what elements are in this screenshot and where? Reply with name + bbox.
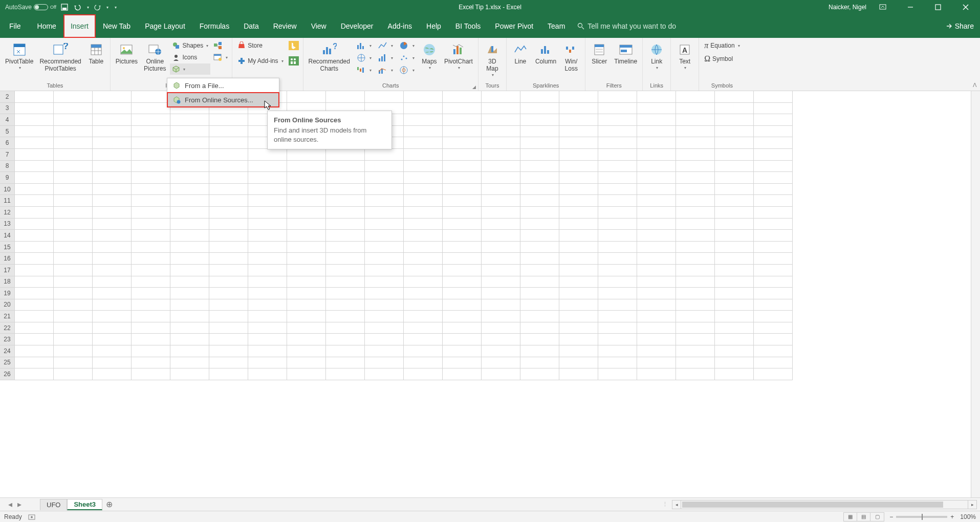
cell[interactable]	[170, 345, 209, 357]
cell[interactable]	[93, 172, 132, 184]
cell[interactable]	[598, 368, 637, 380]
cell[interactable]	[54, 195, 93, 207]
cell[interactable]	[637, 345, 676, 357]
cell[interactable]	[15, 311, 54, 322]
cell[interactable]	[443, 114, 482, 126]
cell[interactable]	[559, 311, 598, 322]
cell[interactable]	[15, 345, 54, 357]
cell[interactable]	[209, 207, 248, 219]
cell[interactable]	[443, 172, 482, 184]
cell[interactable]	[754, 334, 793, 345]
cell[interactable]	[170, 311, 209, 322]
save-button[interactable]	[59, 2, 70, 12]
cell[interactable]	[248, 207, 287, 219]
cell[interactable]	[15, 230, 54, 242]
cell[interactable]	[559, 126, 598, 138]
row-header[interactable]: 17	[0, 265, 15, 276]
cell[interactable]	[326, 161, 365, 172]
cell[interactable]	[715, 219, 754, 230]
cell[interactable]	[637, 230, 676, 242]
cell[interactable]	[132, 184, 170, 195]
cell[interactable]	[637, 207, 676, 219]
cell[interactable]	[520, 322, 559, 334]
tab-file[interactable]: File	[0, 14, 30, 38]
cell[interactable]	[482, 195, 520, 207]
cell[interactable]	[15, 137, 54, 149]
cell[interactable]	[520, 253, 559, 265]
cell[interactable]	[287, 368, 326, 380]
symbol-button[interactable]: Ω Symbol	[702, 53, 742, 64]
cell[interactable]	[54, 345, 93, 357]
cell[interactable]	[365, 184, 404, 195]
cell[interactable]	[209, 322, 248, 334]
cell[interactable]	[482, 126, 520, 138]
cell[interactable]	[287, 253, 326, 265]
tab-power-pivot[interactable]: Power Pivot	[488, 14, 540, 38]
tab-review[interactable]: Review	[266, 14, 304, 38]
cell[interactable]	[287, 334, 326, 345]
cell[interactable]	[676, 322, 715, 334]
row-header[interactable]: 10	[0, 184, 15, 195]
cell[interactable]	[132, 230, 170, 242]
cell[interactable]	[443, 184, 482, 195]
cell[interactable]	[715, 368, 754, 380]
row-header[interactable]: 6	[0, 137, 15, 149]
cell[interactable]	[482, 253, 520, 265]
cell[interactable]	[443, 334, 482, 345]
cell[interactable]	[170, 126, 209, 138]
shapes-button[interactable]: Shapes▾	[170, 40, 210, 51]
cell[interactable]	[676, 161, 715, 172]
cell[interactable]	[598, 103, 637, 115]
cell[interactable]	[676, 207, 715, 219]
cell[interactable]	[715, 91, 754, 103]
cell[interactable]	[754, 230, 793, 242]
cell[interactable]	[170, 114, 209, 126]
cell[interactable]	[15, 126, 54, 138]
cell[interactable]	[209, 230, 248, 242]
surface-chart-button[interactable]: ▾	[397, 64, 417, 76]
cell[interactable]	[15, 368, 54, 380]
cell[interactable]	[637, 368, 676, 380]
recommended-charts-button[interactable]: ? Recommended Charts	[307, 40, 352, 74]
cell[interactable]	[559, 114, 598, 126]
cell[interactable]	[482, 184, 520, 195]
my-addins-button[interactable]: My Add-ins▾	[235, 55, 285, 67]
cell[interactable]	[715, 207, 754, 219]
cell[interactable]	[482, 311, 520, 322]
cell[interactable]	[365, 345, 404, 357]
cell[interactable]	[54, 242, 93, 253]
cell[interactable]	[248, 149, 287, 161]
cell[interactable]	[365, 299, 404, 311]
tab-data[interactable]: Data	[236, 14, 266, 38]
cell[interactable]	[209, 184, 248, 195]
cell[interactable]	[326, 334, 365, 345]
cell[interactable]	[520, 345, 559, 357]
tab-bi-tools[interactable]: BI Tools	[448, 14, 488, 38]
cell[interactable]	[598, 299, 637, 311]
cell[interactable]	[559, 253, 598, 265]
cell[interactable]	[15, 276, 54, 288]
cell[interactable]	[170, 357, 209, 369]
cell[interactable]	[132, 219, 170, 230]
cell[interactable]	[132, 334, 170, 345]
cell[interactable]	[637, 265, 676, 276]
row-header[interactable]: 19	[0, 288, 15, 299]
row-header[interactable]: 16	[0, 253, 15, 265]
cell[interactable]	[482, 103, 520, 115]
cell[interactable]	[93, 299, 132, 311]
cell[interactable]	[209, 276, 248, 288]
cell[interactable]	[520, 149, 559, 161]
cell[interactable]	[248, 184, 287, 195]
cell[interactable]	[404, 368, 443, 380]
bing-maps-button[interactable]	[288, 40, 300, 51]
smartart-button[interactable]	[212, 40, 229, 51]
maximize-button[interactable]	[927, 0, 949, 14]
cell[interactable]	[715, 242, 754, 253]
cell[interactable]	[248, 288, 287, 299]
cell[interactable]	[559, 207, 598, 219]
cell[interactable]	[598, 242, 637, 253]
cell[interactable]	[365, 368, 404, 380]
cell[interactable]	[54, 299, 93, 311]
cell[interactable]	[365, 161, 404, 172]
cell[interactable]	[248, 334, 287, 345]
